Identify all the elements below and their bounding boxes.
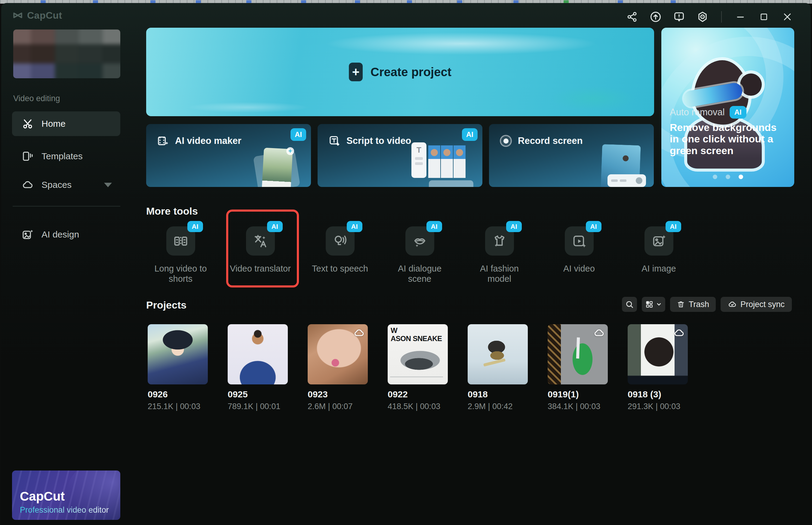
cloud-icon [673, 327, 685, 339]
ai-badge: AI [462, 128, 478, 141]
tool-video-translator[interactable]: AI Video translator [220, 226, 300, 284]
scissors-icon [22, 118, 34, 130]
project-thumbnail [308, 324, 368, 385]
feedback-icon[interactable] [672, 10, 686, 24]
search-button[interactable] [622, 297, 637, 312]
card-decoration: + [246, 146, 303, 187]
trash-icon [677, 300, 685, 309]
project-card[interactable]: W ASON SNEAKE 0922 418.5K | 00:03 [388, 324, 448, 411]
project-name: 0925 [228, 389, 288, 400]
sidebar-item-home[interactable]: Home [12, 111, 120, 136]
script-text-icon [328, 135, 341, 147]
project-name: 0923 [308, 389, 368, 400]
create-project-label: Create project [371, 65, 451, 79]
card-script-to-video[interactable]: Script to video AI T [317, 124, 482, 187]
image-sparkle-icon [651, 233, 667, 249]
ai-badge: AI [347, 221, 362, 232]
recent-thumbnail-blurred[interactable] [13, 30, 120, 78]
speech-icon [332, 233, 348, 249]
ai-badge: AI [666, 221, 681, 232]
tool-ai-image[interactable]: AI AI image [619, 226, 699, 284]
film-sparkle-icon [157, 135, 169, 147]
tool-label: AI dialogue scene [388, 264, 451, 284]
promo-tag: Auto removal [670, 107, 725, 118]
project-card[interactable]: 0918 (3) 291.3K | 00:03 [628, 324, 688, 411]
card-record-screen[interactable]: Record screen [489, 124, 654, 187]
project-thumbnail [548, 324, 608, 385]
ai-badge: AI [291, 128, 306, 141]
tool-ai-dialogue-scene[interactable]: AI AI dialogue scene [380, 226, 459, 284]
project-card[interactable]: 0919(1) 384.1K | 00:03 [548, 324, 608, 411]
project-card[interactable]: 0923 2.6M | 00:07 [308, 324, 368, 411]
thumbnail-text: W ASON SNEAKE [391, 327, 442, 343]
tool-label: Text to speech [312, 264, 368, 274]
split-video-icon [173, 233, 189, 249]
project-thumbnail [468, 324, 528, 385]
project-stats: 2.6M | 00:07 [308, 402, 368, 411]
sidebar-item-templates[interactable]: Templates [12, 144, 120, 168]
cloud-icon [353, 327, 365, 339]
card-title: AI video maker [175, 135, 241, 146]
project-thumbnail [628, 324, 688, 385]
lips-icon [412, 233, 428, 249]
capcut-promo-banner[interactable]: CapCut Professional video editor [12, 470, 120, 520]
plus-icon: + [349, 63, 363, 81]
project-sync-button[interactable]: Project sync [721, 297, 792, 312]
sidebar-item-label: Templates [42, 151, 83, 161]
carousel-dot-active[interactable] [739, 175, 743, 179]
sidebar-item-label: AI design [42, 229, 79, 240]
sidebar-item-spaces[interactable]: Spaces [12, 172, 120, 197]
upload-icon[interactable] [649, 10, 662, 24]
share-icon[interactable] [626, 10, 639, 24]
project-name: 0926 [148, 389, 208, 400]
project-stats: 418.5K | 00:03 [388, 402, 448, 411]
project-thumbnail: W ASON SNEAKE [388, 324, 448, 385]
cloud-sync-icon [728, 300, 737, 309]
project-thumbnail [228, 324, 288, 385]
sidebar-divider [13, 206, 120, 207]
project-stats: 215.1K | 00:03 [148, 402, 208, 411]
ai-badge: AI [187, 221, 203, 232]
project-card[interactable]: 0926 215.1K | 00:03 [148, 324, 208, 411]
project-card[interactable]: 0918 2.9M | 00:42 [468, 324, 528, 411]
capcut-logo-icon [12, 10, 24, 21]
cloud-icon [22, 179, 34, 191]
card-decoration [588, 144, 648, 187]
tool-label: AI fashion model [468, 264, 531, 284]
card-ai-video-maker[interactable]: AI video maker AI + [146, 124, 311, 187]
project-name: 0918 [468, 389, 528, 400]
create-project-button[interactable]: + Create project [146, 28, 654, 116]
carousel-dot[interactable] [726, 175, 730, 179]
trash-label: Trash [689, 300, 709, 309]
capcut-window: CapCut Video editing [1, 3, 811, 525]
card-title: Script to video [346, 135, 411, 146]
project-stats: 291.3K | 00:03 [628, 402, 688, 411]
trash-button[interactable]: Trash [670, 297, 716, 312]
tool-ai-video[interactable]: AI AI video [539, 226, 619, 284]
tool-text-to-speech[interactable]: AI Text to speech [300, 226, 380, 284]
ai-badge: AI [730, 106, 747, 119]
settings-icon[interactable] [696, 10, 709, 24]
banner-title: CapCut [20, 489, 65, 504]
carousel-dot[interactable] [713, 175, 717, 179]
minimize-button[interactable] [734, 10, 747, 24]
sidebar-item-ai-design[interactable]: AI design [12, 222, 120, 247]
view-mode-dropdown[interactable] [642, 297, 665, 312]
promo-headline: Remove backgrounds in one click without … [670, 122, 787, 156]
close-button[interactable] [781, 10, 794, 24]
maximize-button[interactable] [757, 10, 770, 24]
ai-badge: AI [426, 221, 442, 232]
project-stats: 384.1K | 00:03 [548, 402, 608, 411]
tool-ai-fashion-model[interactable]: AI AI fashion model [459, 226, 539, 284]
project-card[interactable]: 0925 789.1K | 00:01 [228, 324, 288, 411]
tool-long-video-to-shorts[interactable]: AI Long video to shorts [141, 226, 220, 284]
promo-card-auto-removal[interactable]: Auto removal AI Remove backgrounds in on… [661, 28, 794, 187]
project-stats: 2.9M | 00:42 [468, 402, 528, 411]
sidebar-item-label: Home [42, 119, 65, 129]
project-thumbnail [148, 324, 208, 385]
ai-badge: AI [586, 221, 602, 232]
projects-heading: Projects [146, 299, 186, 311]
project-name: 0919(1) [548, 389, 608, 400]
tool-label: AI image [641, 264, 676, 274]
app-logo-text: CapCut [27, 10, 62, 21]
